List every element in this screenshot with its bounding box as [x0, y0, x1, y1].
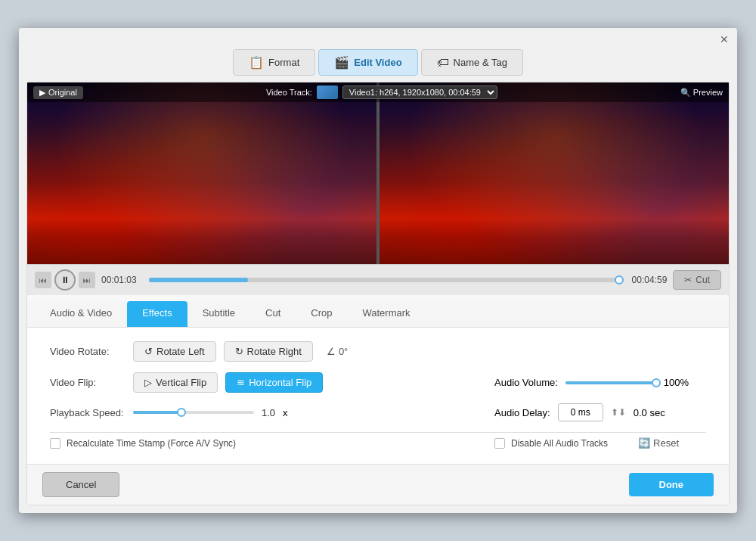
effects-panel: Video Rotate: ↺ Rotate Left ↻ Rotate Rig… — [27, 328, 729, 464]
video-area: ▶ Original Video Track: Video1: h264, 19… — [27, 82, 729, 264]
tab-subtitle[interactable]: Subtitle — [187, 301, 250, 327]
reset-button[interactable]: 🔄 Reset — [638, 437, 679, 449]
preview-icon: 🔍 — [680, 88, 691, 98]
horizontal-flip-button[interactable]: ≋ Horizontal Flip — [225, 372, 323, 393]
close-icon[interactable]: ✕ — [717, 33, 731, 46]
scissors-icon: ✂ — [684, 275, 692, 285]
delay-spinner-icon[interactable]: ⬆⬇ — [611, 407, 626, 418]
video-panel-right — [380, 82, 729, 264]
volume-slider-track[interactable] — [565, 381, 656, 384]
play-triangle: ▶ — [39, 88, 45, 98]
tab-format[interactable]: 📋 Format — [233, 49, 315, 76]
rotate-left-icon: ↺ — [144, 346, 153, 357]
video-rotate-row: Video Rotate: ↺ Rotate Left ↻ Rotate Rig… — [50, 341, 706, 362]
tab-edit-video-label: Edit Video — [354, 57, 401, 68]
done-button[interactable]: Done — [629, 473, 714, 496]
edit-tabs: Audio & Video Effects Subtitle Cut Crop … — [27, 301, 729, 328]
video-track-label: Video Track: — [266, 88, 312, 97]
preview-label: Preview — [693, 88, 723, 97]
separator — [50, 432, 706, 433]
video-panel-left — [27, 82, 376, 264]
video-flip-label: Video Flip: — [50, 377, 125, 388]
format-icon: 📋 — [249, 55, 264, 70]
timeline-track[interactable] — [149, 278, 619, 282]
flip-volume-row: Video Flip: ▷ Vertical Flip ≋ Horizontal… — [50, 372, 706, 393]
rotate-left-label: Rotate Left — [156, 346, 205, 357]
audio-delay-input[interactable] — [558, 403, 603, 421]
name-tag-icon: 🏷 — [437, 56, 449, 70]
original-label: Original — [48, 88, 77, 97]
rotate-right-label: Rotate Right — [247, 346, 302, 357]
horizontal-flip-icon: ≋ — [237, 377, 245, 388]
volume-slider-thumb[interactable] — [652, 378, 661, 387]
tab-name-tag[interactable]: 🏷 Name & Tag — [421, 49, 523, 76]
vertical-flip-button[interactable]: ▷ Vertical Flip — [133, 372, 218, 393]
angle-icon: ∠ — [327, 346, 336, 357]
reset-icon: 🔄 — [638, 437, 650, 449]
timeline-progress — [149, 278, 248, 282]
tab-cut[interactable]: Cut — [250, 301, 296, 327]
title-bar: ✕ — [19, 28, 737, 46]
tab-bar: 📋 Format 🎬 Edit Video 🏷 Name & Tag — [19, 46, 737, 82]
cancel-button[interactable]: Cancel — [42, 472, 119, 497]
rotate-right-icon: ↻ — [235, 346, 243, 357]
preview-button[interactable]: 🔍 Preview — [680, 88, 723, 98]
video-scene-left — [27, 82, 376, 264]
disable-audio-checkbox[interactable] — [494, 438, 505, 449]
skip-forward-icon[interactable]: ⏭ — [79, 272, 95, 288]
reset-label: Reset — [653, 437, 679, 449]
tab-name-tag-label: Name & Tag — [454, 57, 507, 68]
angle-display: ∠ 0° — [327, 346, 348, 357]
audio-volume-label: Audio Volume: — [494, 377, 558, 388]
cut-label: Cut — [696, 275, 710, 285]
angle-value: 0° — [339, 346, 348, 357]
delay-seconds: 0.0 sec — [634, 407, 665, 418]
playback-speed-label: Playback Speed: — [50, 407, 125, 418]
recalculate-label: Recalculate Time Stamp (Force A/V Sync) — [67, 438, 236, 449]
video-track-info: Video Track: Video1: h264, 1920x1080, 00… — [266, 86, 497, 99]
recalculate-checkbox[interactable] — [50, 438, 60, 449]
video-top-bar: ▶ Original Video Track: Video1: h264, 19… — [27, 82, 729, 102]
rotate-left-button[interactable]: ↺ Rotate Left — [133, 341, 216, 362]
checkbox-row: Recalculate Time Stamp (Force A/V Sync) … — [50, 437, 706, 449]
speed-slider-thumb[interactable] — [177, 408, 186, 417]
rotate-right-button[interactable]: ↻ Rotate Right — [224, 341, 313, 362]
vertical-flip-icon: ▷ — [144, 377, 152, 388]
video-rotate-label: Video Rotate: — [50, 346, 125, 357]
pause-button[interactable]: ⏸ — [54, 269, 76, 291]
cut-button[interactable]: ✂ Cut — [673, 270, 721, 290]
horizontal-flip-label: Horizontal Flip — [249, 377, 311, 388]
video-scene-right — [380, 82, 729, 264]
playback-bar: ⏮ ⏸ ⏭ 00:01:03 00:04:59 ✂ Cut — [27, 264, 729, 295]
speed-unit: x — [283, 407, 288, 418]
disable-audio-label: Disable All Audio Tracks — [511, 438, 608, 449]
timeline-thumb[interactable] — [615, 275, 624, 284]
playback-icons: ⏮ ⏸ ⏭ — [35, 269, 95, 291]
time-current: 00:01:03 — [101, 275, 143, 285]
edit-video-icon: 🎬 — [334, 55, 349, 70]
tab-format-label: Format — [268, 57, 299, 68]
time-total: 00:04:59 — [625, 275, 667, 285]
audio-delay-label: Audio Delay: — [494, 407, 550, 418]
tab-audio-video[interactable]: Audio & Video — [35, 301, 127, 327]
original-badge: ▶ Original — [33, 86, 83, 99]
vertical-flip-label: Vertical Flip — [156, 377, 206, 388]
tab-edit-video[interactable]: 🎬 Edit Video — [318, 49, 417, 76]
app-window: ✕ 📋 Format 🎬 Edit Video 🏷 Name & Tag ▶ O… — [19, 28, 737, 513]
video-panels — [27, 82, 729, 264]
volume-value: 100% — [664, 377, 689, 388]
footer-bar: Cancel Done — [27, 464, 729, 505]
speed-slider-track[interactable] — [133, 411, 254, 414]
recalculate-row: Recalculate Time Stamp (Force A/V Sync) — [50, 438, 236, 449]
speed-slider-fill — [133, 411, 181, 414]
tab-effects[interactable]: Effects — [127, 301, 187, 327]
volume-slider-fill — [565, 381, 656, 384]
skip-back-icon[interactable]: ⏮ — [35, 272, 51, 288]
tab-crop[interactable]: Crop — [296, 301, 347, 327]
video-track-thumbnail — [317, 86, 338, 99]
speed-delay-row: Playback Speed: 1.0 x Audio Delay: ⬆⬇ 0.… — [50, 403, 706, 421]
video-track-select[interactable]: Video1: h264, 1920x1080, 00:04:59 — [342, 86, 497, 99]
main-content: ▶ Original Video Track: Video1: h264, 19… — [26, 82, 730, 505]
disable-audio-row: Disable All Audio Tracks — [494, 438, 608, 449]
tab-watermark[interactable]: Watermark — [347, 301, 425, 327]
